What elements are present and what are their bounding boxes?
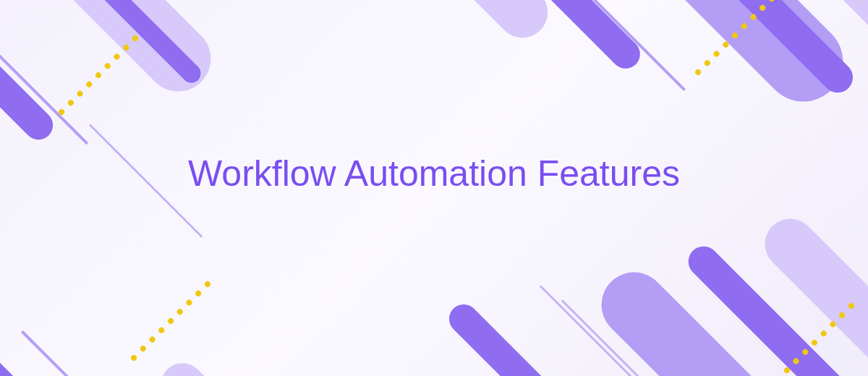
decorative-background xyxy=(0,0,868,376)
decor-pill xyxy=(0,0,59,145)
decor-pill xyxy=(152,354,326,376)
decor-dots xyxy=(57,34,139,116)
decor-dots xyxy=(129,280,211,362)
decor-pill xyxy=(0,273,67,376)
decor-line xyxy=(89,124,203,238)
decor-pill xyxy=(389,0,558,48)
